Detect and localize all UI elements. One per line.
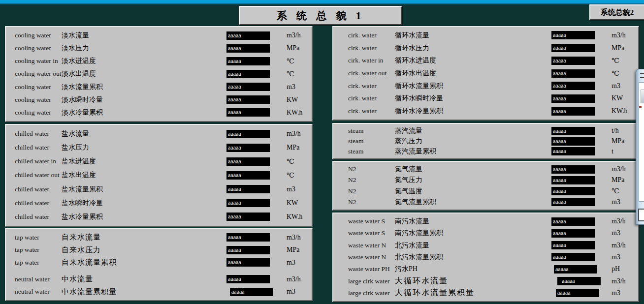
metric-label-en: N2 <box>348 187 395 195</box>
metric-label-en: large cirk water <box>348 289 395 297</box>
metric-value-display: aaaaa <box>556 289 599 297</box>
metric-row: cirk. water循环水冷量累积aaaaaKW.h <box>333 105 638 118</box>
metric-value-display: aaaaa <box>226 185 270 193</box>
metric-unit: m3 <box>612 198 638 206</box>
metric-value-display: aaaaa <box>226 233 270 242</box>
metric-unit: m3/h <box>287 130 312 138</box>
metric-row: N2氮气流量aaaaam3/h <box>333 164 638 175</box>
metric-unit: m3 <box>612 253 638 261</box>
metric-label-en: cirk. water <box>348 94 395 102</box>
metric-unit: m3/h <box>612 242 638 249</box>
metric-row: N2氮气流量累积aaaaam3 <box>333 197 638 208</box>
page-title-label: 系 统 总 貌 1 <box>277 9 365 23</box>
metric-label-zh: 北污水流量累积 <box>395 253 551 262</box>
metric-value-display: aaaaa <box>551 69 595 78</box>
metric-row: waste water PH污水PHaaaaapH <box>333 263 638 275</box>
metric-value-display: aaaaa <box>226 199 270 207</box>
metric-row: cooling water淡水流量aaaaam3/h <box>6 29 312 42</box>
system-overview-2-button[interactable]: 系统总貌2 <box>589 4 644 20</box>
metric-row: cirk. water out循环水出温度aaaaa℃ <box>333 67 638 80</box>
metric-label-en: cirk. water in <box>348 57 395 64</box>
metric-label-en: cirk. water out <box>348 69 395 77</box>
overlay-window-corner-button[interactable] <box>638 209 644 221</box>
panel-n2: N2氮气流量aaaaam3/hN2氮气压力aaaaaMPaN2氮气温度aaaaa… <box>332 161 639 211</box>
panel-tap-neutral-water: tap water自来水流量aaaaam3/htap water自来水压力aaa… <box>5 228 313 301</box>
metric-label-zh: 淡水出温度 <box>62 69 226 78</box>
metric-row: N2氮气温度aaaaa℃ <box>333 186 638 197</box>
metric-label-zh: 淡水压力 <box>62 44 226 53</box>
metric-label-zh: 大循环水流量累积量 <box>395 288 551 298</box>
metric-value-display: aaaaa <box>226 157 270 166</box>
metric-label-zh: 氮气流量累积 <box>395 198 551 207</box>
metric-unit: MPa <box>287 246 312 254</box>
metric-row: steam蒸汽流量累积aaaaat <box>333 146 638 156</box>
metric-value-display: aaaaa <box>551 176 595 184</box>
metric-label-en: cooling water <box>15 31 62 39</box>
metric-label-en: steam <box>348 127 395 135</box>
metric-label-zh: 循环水瞬时冷量 <box>395 94 551 103</box>
metric-row: neutral water中水流量累积量aaaaam3 <box>6 285 312 298</box>
metric-label-zh: 南污水流量累积 <box>395 229 551 238</box>
metric-label-zh: 淡水冷量累积 <box>62 108 226 117</box>
metric-label-en: cooling water out <box>15 70 62 78</box>
metric-label-zh: 北污水流量 <box>395 241 551 250</box>
metric-label-zh: 循环水流量累积 <box>395 82 551 91</box>
metric-label-en: cooling water <box>15 44 62 52</box>
overlay-window-menu-dash <box>640 73 644 74</box>
metric-label-zh: 盐水流量 <box>62 129 226 138</box>
metric-row: cooling water淡水瞬时冷量aaaaaKW <box>6 93 312 106</box>
metric-label-zh: 淡水瞬时冷量 <box>62 95 226 104</box>
metric-unit: MPa <box>612 176 638 184</box>
metric-label-zh: 污水PH <box>395 265 551 274</box>
metric-label-en: N2 <box>348 165 395 173</box>
metric-row: chilled water盐水瞬时冷量aaaaaKW <box>6 196 312 210</box>
metric-row: neutral water中水流量aaaaam3/h <box>6 273 312 286</box>
metric-label-en: N2 <box>348 198 395 206</box>
metric-label-zh: 氮气温度 <box>395 187 551 196</box>
metric-row: chilled water盐水流量aaaaam3/h <box>6 127 312 141</box>
metric-label-en: neutral water <box>15 288 62 296</box>
metric-unit: KW <box>287 199 312 207</box>
top-blue-bar <box>0 0 644 4</box>
metric-label-zh: 盐水压力 <box>62 143 226 152</box>
hmi-screen: 系 统 总 貌 1 系统总貌2 cooling water淡水流量aaaaam3… <box>0 0 644 304</box>
metric-unit: m3/h <box>287 234 312 242</box>
metric-label-en: chilled water out <box>15 171 62 179</box>
metric-unit: MPa <box>612 137 638 145</box>
metric-row: cooling water淡水压力aaaaaMPa <box>6 42 312 55</box>
metric-label-zh: 盐水流量累积 <box>62 185 226 194</box>
metric-value-display: aaaaa <box>551 94 595 103</box>
metric-label-zh: 淡水流量累积 <box>62 83 226 91</box>
metric-label-en: cooling water <box>15 83 62 91</box>
metric-unit: m3/h <box>612 31 638 39</box>
metric-label-zh: 循环水流量 <box>395 31 551 40</box>
metric-row: N2氮气压力aaaaaMPa <box>333 175 638 185</box>
panel-steam: steam蒸汽流量aaaaat/hsteam蒸汽压力aaaaaMPasteam蒸… <box>332 123 639 159</box>
metric-unit: MPa <box>612 44 638 52</box>
metric-value-display: aaaaa <box>226 213 270 221</box>
metric-label-zh: 大循环水流量 <box>395 276 551 286</box>
metric-row: steam蒸汽压力aaaaaMPa <box>333 136 638 147</box>
metric-value-display: aaaaa <box>551 127 595 135</box>
metric-label-en: chilled water <box>15 199 62 207</box>
metric-label-zh: 自来水流量 <box>62 233 226 242</box>
partial-overlay-window <box>636 69 644 225</box>
overlay-window-scrollbar-thumb[interactable] <box>641 90 644 103</box>
metric-unit: m3 <box>287 185 312 193</box>
metric-unit: m3 <box>287 83 312 91</box>
metric-label-zh: 盐水瞬时冷量 <box>62 199 226 208</box>
metric-value-display: aaaaa <box>551 187 595 195</box>
metric-unit: MPa <box>287 44 312 52</box>
panel-chilled-water: chilled water盐水流量aaaaam3/hchilled water盐… <box>5 124 313 227</box>
metric-value-display: aaaaa <box>226 57 270 65</box>
metric-value-display: aaaaa <box>226 246 270 254</box>
metric-label-en: chilled water <box>15 130 62 138</box>
metric-label-zh: 中水流量累积量 <box>62 287 226 297</box>
panel-waste-water: waste water S南污水流量aaaaam3/hwaste water S… <box>332 213 639 302</box>
metric-value-display: aaaaa <box>226 83 270 91</box>
metric-label-zh: 循环水冷量累积 <box>395 107 551 116</box>
metric-unit: KW.h <box>287 213 312 221</box>
metric-value-display: aaaaa <box>230 288 273 296</box>
metric-row: cooling water淡水冷量累积aaaaaKW.h <box>6 106 312 119</box>
metric-value-display: aaaaa <box>551 82 595 90</box>
